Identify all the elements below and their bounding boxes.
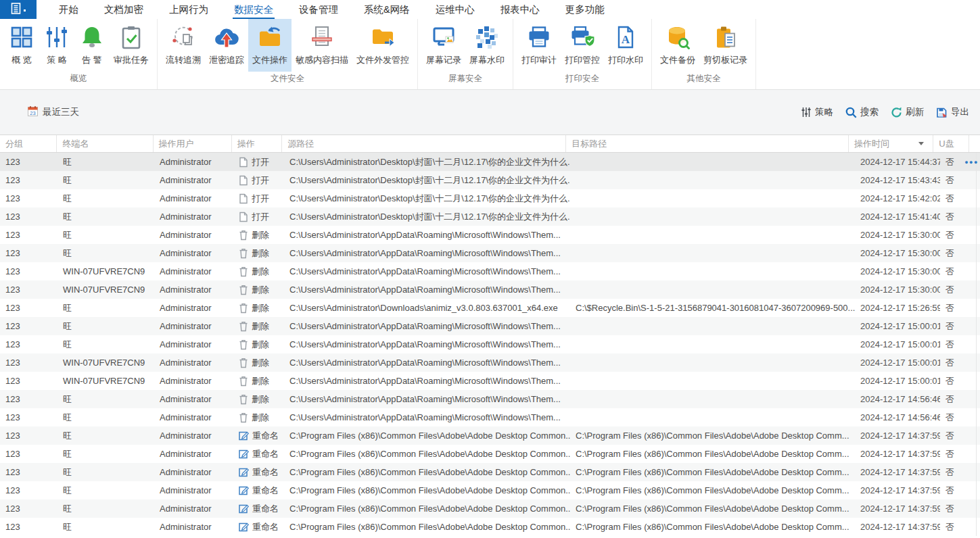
cell-terminal: 旺 <box>57 247 154 260</box>
cell-tgt: C:\Program Files (x86)\Common Files\Adob… <box>570 449 855 459</box>
tab-report-center[interactable]: 报表中心 <box>494 0 546 19</box>
date-range-filter[interactable]: 23 最近三天 <box>27 105 79 120</box>
op-label: 删除 <box>252 339 269 351</box>
cell-op: 删除 <box>233 284 284 296</box>
ribbon-item-screen-watermark[interactable]: 屏幕水印 <box>465 19 509 72</box>
cell-op: 删除 <box>233 412 284 424</box>
table-row[interactable]: 123旺Administrator删除C:\Users\Administrato… <box>0 299 980 317</box>
cell-usb: 否 <box>940 211 976 223</box>
ribbon-item-approval-tasks[interactable]: 审批任务 <box>110 19 153 72</box>
column-header-src[interactable]: 源路径 <box>282 135 566 152</box>
row-filler <box>976 372 980 390</box>
table-body: 123旺Administrator打开C:\Users\Administrato… <box>0 153 980 538</box>
cell-user: Administrator <box>154 157 233 167</box>
cell-user: Administrator <box>154 230 233 240</box>
column-header-tgt[interactable]: 目标路径 <box>566 135 849 152</box>
export-button[interactable]: 导出 <box>936 106 969 118</box>
cell-time: 2024-12-17 14:37:59 <box>855 504 940 514</box>
row-filler <box>976 426 980 445</box>
tab-start[interactable]: 开始 <box>53 0 85 19</box>
table-row[interactable]: 123WIN-07UFVRE7CN9Administrator删除C:\User… <box>0 353 980 372</box>
column-header-terminal[interactable]: 终端名 <box>57 135 153 152</box>
open-doc-icon <box>239 157 248 168</box>
ribbon-item-flow-trace[interactable]: 流转追溯 <box>162 19 205 72</box>
cell-tgt: C:\Program Files (x86)\Common Files\Adob… <box>570 485 855 495</box>
ribbon-item-sensitive-scan[interactable]: 敏感内容扫描 <box>291 19 352 72</box>
tab-device-management[interactable]: 设备管理 <box>293 0 344 19</box>
table-row[interactable]: 123旺Administrator打开C:\Users\Administrato… <box>0 207 980 226</box>
table-row[interactable]: 123旺Administrator删除C:\Users\Administrato… <box>0 390 980 408</box>
cell-src: C:\Users\Administrator\Downloads\animiz_… <box>284 303 570 313</box>
ribbon-item-screen-record[interactable]: 屏幕记录 <box>422 19 465 72</box>
cell-op: 删除 <box>233 302 284 314</box>
refresh-button[interactable]: 刷新 <box>891 106 924 118</box>
ribbon-item-clipboard-record[interactable]: 剪切板记录 <box>699 19 751 72</box>
app-menu-button[interactable] <box>0 0 37 19</box>
op-label: 删除 <box>252 412 269 424</box>
cell-time: 2024-12-17 15:30:00 <box>855 285 940 295</box>
cell-op: 删除 <box>233 320 284 333</box>
table-row[interactable]: 123旺Administrator打开C:\Users\Administrato… <box>0 153 980 171</box>
column-header-time[interactable]: 操作时间 <box>849 135 933 152</box>
search-button[interactable]: 搜索 <box>845 106 879 118</box>
ribbon-item-print-watermark[interactable]: A打印水印 <box>604 19 647 72</box>
table-row[interactable]: 123旺Administrator重命名C:\Program Files (x8… <box>0 518 980 536</box>
tab-doc-encryption[interactable]: 文档加密 <box>98 0 149 19</box>
ribbon-item-print-control[interactable]: 打印管控 <box>561 19 604 72</box>
ribbon-item-file-backup[interactable]: 文件备份 <box>656 19 699 72</box>
cell-terminal: 旺 <box>57 302 154 314</box>
table-row[interactable]: 123旺Administrator打开C:\Users\Administrato… <box>0 189 980 207</box>
svg-text:A: A <box>622 33 630 46</box>
tab-ops-center[interactable]: 运维中心 <box>429 0 481 19</box>
column-header-op[interactable]: 操作 <box>232 135 283 152</box>
cell-src: C:\Program Files (x86)\Common Files\Adob… <box>284 449 570 459</box>
op-label: 删除 <box>252 284 269 296</box>
table-row[interactable]: 123旺Administrator重命名C:\Program Files (x8… <box>0 463 980 481</box>
cell-usb: 否 <box>940 412 976 424</box>
table-row[interactable]: 123旺Administrator删除C:\Users\Administrato… <box>0 317 980 335</box>
tab-system-network[interactable]: 系统&网络 <box>358 0 416 19</box>
table-row[interactable]: 123旺Administrator删除C:\Users\Administrato… <box>0 408 980 426</box>
cell-terminal: 旺 <box>57 156 154 168</box>
ribbon-item-leak-tracking[interactable]: 泄密追踪 <box>205 19 248 72</box>
table-row[interactable]: 123旺Administrator删除C:\Users\Administrato… <box>0 226 980 244</box>
ribbon-item-print-audit[interactable]: 打印审计 <box>517 19 561 72</box>
tab-more-features[interactable]: 更多功能 <box>559 0 611 19</box>
op-label: 打开 <box>252 174 269 187</box>
print-control-icon <box>570 25 594 49</box>
table-row[interactable]: 123旺Administrator重命名C:\Program Files (x8… <box>0 426 980 445</box>
ribbon-item-file-operations[interactable]: 文件操作 <box>248 19 291 72</box>
table-row[interactable]: 123WIN-07UFVRE7CN9Administrator删除C:\User… <box>0 280 980 299</box>
open-doc-icon <box>239 212 248 222</box>
ribbon-item-policy[interactable]: 策 略 <box>39 19 74 72</box>
table-row[interactable]: 123旺Administrator删除C:\Users\Administrato… <box>0 335 980 353</box>
ribbon-item-alert[interactable]: 告 警 <box>74 19 110 72</box>
cell-usb: 否 <box>940 521 976 533</box>
op-label: 删除 <box>252 320 269 333</box>
tab-data-security[interactable]: 数据安全 <box>228 0 279 19</box>
ribbon-group-overview: 概 览策 略告 警审批任务概览 <box>0 19 158 89</box>
trash-icon <box>239 358 248 368</box>
overview-grid-icon <box>9 25 34 49</box>
table-row[interactable]: 123旺Administrator打开C:\Users\Administrato… <box>0 171 980 189</box>
table-row[interactable]: 123WIN-07UFVRE7CN9Administrator删除C:\User… <box>0 262 980 280</box>
table-row[interactable]: 123WIN-07UFVRE7CN9Administrator删除C:\User… <box>0 372 980 390</box>
column-header-group[interactable]: 分组 <box>0 135 57 152</box>
row-filler <box>976 408 980 426</box>
column-header-user[interactable]: 操作用户 <box>154 135 232 152</box>
ribbon-item-overview[interactable]: 概 览 <box>4 19 39 72</box>
row-actions-button[interactable]: ●●● <box>964 159 979 166</box>
open-doc-icon <box>239 193 248 204</box>
table-row[interactable]: 123旺Administrator删除C:\Users\Administrato… <box>0 244 980 262</box>
tab-web-behavior[interactable]: 上网行为 <box>163 0 214 19</box>
table-row[interactable]: 123旺Administrator重命名C:\Program Files (x8… <box>0 445 980 463</box>
row-filler <box>976 463 980 481</box>
policy-button[interactable]: 策略 <box>801 106 833 118</box>
table-row[interactable]: 123旺Administrator重命名C:\Program Files (x8… <box>0 499 980 518</box>
table-row[interactable]: 123旺Administrator重命名C:\Program Files (x8… <box>0 481 980 499</box>
row-filler <box>976 244 980 262</box>
ribbon-item-outgoing-control[interactable]: 文件外发管控 <box>352 19 413 72</box>
search-label: 搜索 <box>860 106 879 118</box>
cell-time: 2024-12-17 15:30:00 <box>855 230 940 240</box>
column-header-usb[interactable]: U盘 <box>933 135 969 152</box>
